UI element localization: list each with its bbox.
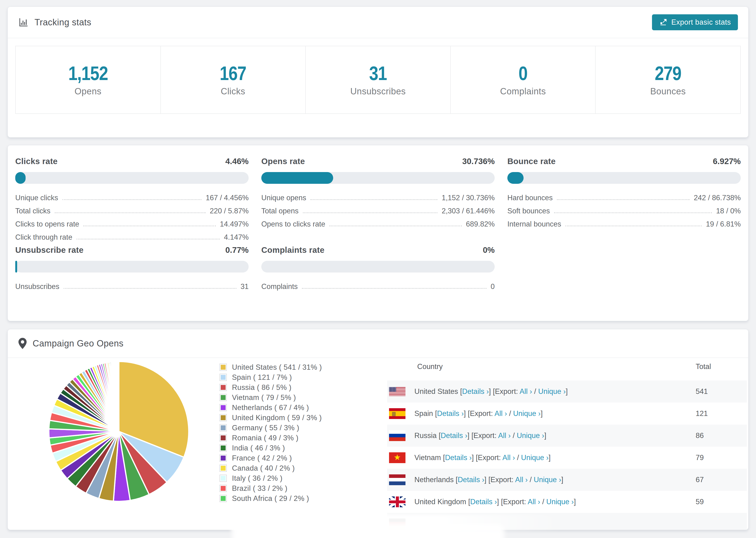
legend-label: Russia ( 86 / 5% ): [232, 383, 292, 392]
rate-detail-label: Total opens: [261, 207, 298, 215]
rate-block: Opens rate 30.736% Unique opens 1,152 / …: [261, 157, 495, 242]
country-cell: United Kingdom [Details ›] [Export: All …: [387, 497, 696, 507]
stat-value: 31: [369, 63, 387, 83]
country-cell: Spain [Details ›] [Export: All › / Uniqu…: [387, 408, 696, 419]
table-row: United Kingdom [Details ›] [Export: All …: [387, 491, 747, 513]
country-row-text: Spain [Details ›] [Export: All › / Uniqu…: [414, 409, 543, 418]
pie-slice[interactable]: [119, 361, 119, 431]
rate-detail-value: 19 / 6.81%: [706, 220, 741, 228]
dotted-leader: [557, 199, 689, 200]
rate-progress-bar: [15, 261, 249, 273]
details-link[interactable]: Details ›: [458, 476, 484, 484]
summary-stat-cell: 0 Complaints: [450, 46, 595, 113]
rate-detail-label: Unique clicks: [15, 194, 58, 202]
legend-swatch: [220, 394, 227, 401]
table-row: Spain [Details ›] [Export: All › / Uniqu…: [387, 403, 747, 425]
campaign-geo-opens-card: Campaign Geo Opens United States ( 541 /…: [8, 329, 748, 530]
export-unique-link[interactable]: Unique ›: [534, 476, 561, 484]
table-row: Netherlands [Details ›] [Export: All › /…: [387, 469, 747, 491]
dotted-leader: [77, 239, 220, 240]
rate-detail-value: 167 / 4.456%: [206, 194, 249, 202]
legend-item: Canada ( 40 / 2% ): [220, 463, 322, 473]
rate-detail-row: Click through rate 4.147%: [15, 228, 249, 242]
page-title: Tracking stats: [34, 17, 91, 27]
stat-label: Clicks: [221, 86, 245, 96]
details-link[interactable]: Details ›: [470, 498, 497, 506]
geo-opens-pie-chart[interactable]: [47, 359, 191, 504]
export-unique-link[interactable]: Unique ›: [513, 409, 540, 418]
summary-stat-cell: 31 Unsubscribes: [305, 46, 450, 113]
country-row-text: Russia [Details ›] [Export: All › / Uniq…: [414, 431, 546, 440]
dotted-leader: [329, 226, 461, 226]
legend-item: Italy ( 36 / 2% ): [220, 473, 322, 483]
total-cell: 59: [696, 498, 747, 506]
legend-swatch: [220, 434, 227, 442]
stat-label: Opens: [75, 86, 101, 96]
rate-detail-label: Clicks to opens rate: [15, 220, 79, 228]
export-all-link[interactable]: All ›: [495, 409, 507, 418]
legend-item: United Kingdom ( 59 / 3% ): [220, 413, 322, 423]
legend-label: Netherlands ( 67 / 4% ): [232, 404, 309, 412]
export-all-link[interactable]: All ›: [528, 498, 540, 506]
country-row-text: United States [Details ›] [Export: All ›…: [414, 387, 568, 396]
geo-title: Campaign Geo Opens: [33, 339, 124, 349]
rate-detail-label: Total clicks: [15, 207, 50, 215]
table-row: Russia [Details ›] [Export: All › / Uniq…: [387, 425, 747, 447]
tracking-stats-header: Tracking stats Export basic stats: [8, 7, 748, 38]
details-link[interactable]: Details ›: [462, 387, 489, 396]
legend-item: Brazil ( 33 / 2% ): [220, 483, 322, 493]
dotted-leader: [566, 226, 702, 226]
export-button-label: Export basic stats: [671, 18, 731, 27]
rate-progress-bar: [507, 172, 741, 184]
export-all-link[interactable]: All ›: [519, 387, 532, 396]
export-unique-link[interactable]: Unique ›: [538, 387, 566, 396]
legend-item: France ( 42 / 2% ): [220, 453, 322, 463]
export-unique-link[interactable]: Unique ›: [521, 454, 549, 462]
details-link[interactable]: Details ›: [445, 454, 472, 462]
rate-detail-value: 4.147%: [224, 233, 249, 242]
rate-detail-row: Internal bounces 19 / 6.81%: [507, 215, 741, 228]
country-flag-icon: [389, 430, 405, 441]
legend-label: France ( 42 / 2% ): [232, 454, 292, 462]
legend-label: United Kingdom ( 59 / 3% ): [232, 413, 322, 422]
rate-detail-row: Soft bounces 18 / 0%: [507, 202, 741, 215]
legend-item: United States ( 541 / 31% ): [220, 362, 322, 372]
details-link[interactable]: Details ›: [441, 431, 467, 440]
rate-detail-row: Complaints 0: [261, 278, 495, 291]
legend-item: India ( 46 / 3% ): [220, 443, 322, 453]
country-cell: United States [Details ›] [Export: All ›…: [387, 387, 696, 396]
rate-detail-row: Unique opens 1,152 / 30.736%: [261, 189, 495, 202]
column-header-total: Total: [696, 362, 747, 371]
rate-detail-value: 18 / 0%: [716, 207, 741, 215]
rate-progress-bar: [261, 261, 495, 273]
rate-detail-label: Hard bounces: [507, 194, 553, 202]
legend-swatch: [220, 414, 227, 421]
export-all-link[interactable]: All ›: [515, 476, 527, 484]
rate-value: 6.927%: [713, 157, 741, 166]
legend-label: Italy ( 36 / 2% ): [232, 474, 283, 483]
rate-detail-value: 689.82%: [466, 220, 495, 228]
rate-block: Complaints rate 0% Complaints 0: [261, 245, 495, 291]
export-unique-link[interactable]: Unique ›: [546, 498, 574, 506]
export-all-link[interactable]: All ›: [503, 454, 515, 462]
total-cell: 67: [696, 476, 747, 484]
country-flag-icon: [389, 474, 405, 485]
legend-swatch: [220, 495, 227, 502]
stat-value: 0: [519, 63, 527, 83]
rate-progress-fill: [507, 172, 523, 184]
rate-detail-value: 242 / 86.738%: [694, 194, 741, 202]
details-link[interactable]: Details ›: [437, 409, 464, 418]
tracking-stats-card: Tracking stats Export basic stats 1,152 …: [8, 7, 748, 137]
legend-label: Germany ( 55 / 3% ): [232, 424, 299, 432]
rate-progress-fill: [15, 261, 17, 273]
legend-swatch: [220, 485, 227, 492]
legend-swatch: [220, 374, 227, 381]
rate-detail-value: 2,303 / 61.446%: [442, 207, 495, 215]
stat-value: 279: [655, 63, 681, 83]
legend-swatch: [220, 424, 227, 431]
export-unique-link[interactable]: Unique ›: [517, 431, 544, 440]
export-basic-stats-button[interactable]: Export basic stats: [652, 14, 738, 30]
export-all-link[interactable]: All ›: [498, 431, 511, 440]
column-header-country: Country: [387, 362, 696, 371]
stat-label: Complaints: [500, 86, 546, 96]
